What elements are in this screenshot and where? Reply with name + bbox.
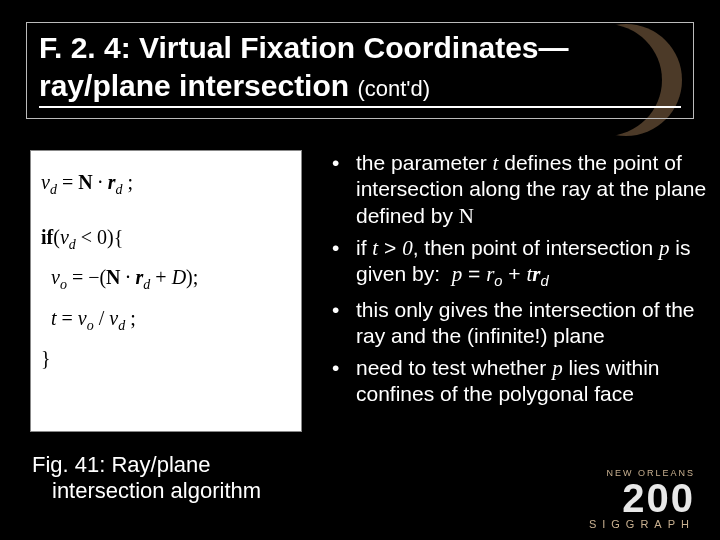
figure-eq1: vd = N · rd ; [41,163,291,204]
title-line2-main: ray/plane intersection [39,69,349,102]
figure-eq2: vo = −(N · rd + D); [41,258,291,299]
figure-close: } [41,339,291,377]
logo-year: 200 [622,476,695,520]
logo-org: SIGGRAPH [589,518,695,530]
figure-cond: if(vd < 0){ [41,218,291,259]
figure-content: vd = N · rd ; if(vd < 0){ vo = −(N · rd … [31,151,301,389]
figure-box: vd = N · rd ; if(vd < 0){ vo = −(N · rd … [30,150,302,432]
caption-line2: intersection algorithm [32,478,312,504]
bullet-item: this only gives the intersection of the … [328,297,714,350]
figure-eq3: t = vo / vd ; [41,299,291,340]
title-line1: F. 2. 4: Virtual Fixation Coordinates— [39,31,569,64]
title-underline [39,106,681,108]
figure-caption: Fig. 41: Ray/plane intersection algorith… [32,452,312,505]
bullet-list: the parameter t defines the point of int… [328,150,714,414]
title-line2-sub: (cont'd) [357,76,430,101]
siggraph-logo: NEW ORLEANS 200 SIGGRAPH [450,462,700,532]
slide: F. 2. 4: Virtual Fixation Coordinates— r… [0,0,720,540]
slide-title: F. 2. 4: Virtual Fixation Coordinates— r… [39,29,681,104]
title-box: F. 2. 4: Virtual Fixation Coordinates— r… [26,22,694,119]
caption-line1: Fig. 41: Ray/plane [32,452,211,477]
bullet-item: if t > 0, then point of intersection p i… [328,235,714,291]
bullet-item: the parameter t defines the point of int… [328,150,714,229]
bullet-item: need to test whether p lies within confi… [328,355,714,408]
